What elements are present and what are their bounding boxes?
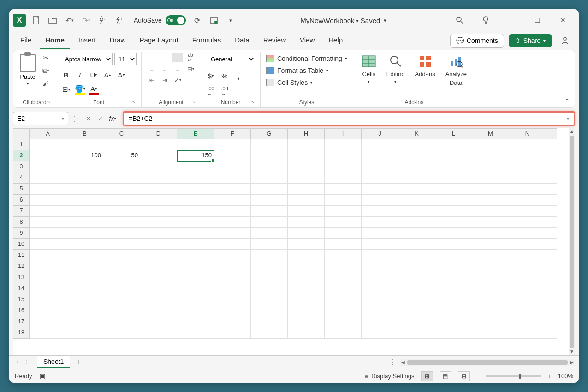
cell[interactable] [398, 305, 435, 316]
cell[interactable] [103, 184, 140, 195]
cell[interactable] [140, 139, 177, 150]
scroll-thumb[interactable] [407, 360, 568, 365]
cell[interactable] [251, 217, 288, 228]
normal-view-icon[interactable]: ⊞ [421, 371, 433, 381]
cell[interactable] [251, 294, 288, 305]
format-painter-icon[interactable]: 🖌 [40, 79, 51, 88]
cell[interactable] [325, 139, 362, 150]
cell[interactable] [546, 161, 557, 172]
cell[interactable] [177, 261, 214, 272]
cell[interactable] [30, 217, 66, 228]
scroll-up-icon[interactable]: ▲ [569, 128, 575, 135]
cell[interactable] [546, 305, 557, 316]
cell[interactable] [66, 261, 103, 272]
cell[interactable] [472, 228, 509, 239]
fill-color-button[interactable]: 🪣▾ [75, 84, 85, 95]
orientation-icon[interactable]: ⤢▾ [172, 75, 183, 84]
cell[interactable] [509, 195, 546, 206]
row-header[interactable]: 13 [13, 272, 30, 283]
cell[interactable] [472, 294, 509, 305]
cell[interactable] [362, 316, 398, 327]
maximize-button[interactable]: ☐ [529, 13, 546, 27]
name-box[interactable]: E2 ▾ [13, 112, 68, 125]
cell[interactable] [325, 239, 362, 250]
cell[interactable] [398, 272, 435, 283]
merge-center-icon[interactable]: ⊟▾ [185, 64, 196, 73]
row-header[interactable]: 12 [13, 261, 30, 272]
cell[interactable] [251, 250, 288, 261]
cell[interactable] [288, 283, 325, 294]
fx-icon[interactable]: fx▾ [107, 113, 118, 124]
row-header[interactable]: 4 [13, 172, 30, 184]
cell[interactable] [103, 327, 140, 339]
cell[interactable] [435, 305, 472, 316]
cell[interactable] [362, 294, 398, 305]
cell[interactable] [472, 172, 509, 184]
scroll-thumb[interactable] [570, 136, 574, 348]
cell[interactable] [30, 195, 66, 206]
cell[interactable] [509, 239, 546, 250]
row-header[interactable]: 1 [13, 139, 30, 150]
cell[interactable] [140, 283, 177, 294]
column-header[interactable]: N [509, 128, 546, 139]
cell[interactable] [325, 305, 362, 316]
cell[interactable] [214, 283, 251, 294]
row-header[interactable]: 18 [13, 327, 30, 339]
qat-more-icon[interactable]: ▾ [226, 15, 236, 25]
align-left-icon[interactable]: ≡ [146, 64, 157, 73]
cell[interactable] [362, 327, 398, 339]
cell[interactable] [30, 139, 66, 150]
cell[interactable] [30, 150, 66, 161]
cell[interactable] [435, 283, 472, 294]
cell[interactable] [472, 217, 509, 228]
align-right-icon[interactable]: ≡ [172, 64, 183, 73]
cell[interactable] [435, 206, 472, 217]
chevron-down-icon[interactable]: ▾ [567, 116, 569, 121]
column-header[interactable]: E [177, 128, 214, 139]
open-file-icon[interactable] [48, 15, 58, 25]
cell[interactable] [325, 228, 362, 239]
analyze-data-button[interactable]: Analyze Data [442, 53, 470, 87]
collapse-ribbon-icon[interactable]: ⌃ [564, 97, 570, 105]
cell[interactable] [546, 272, 557, 283]
row-header[interactable]: 11 [13, 250, 30, 261]
cell[interactable] [472, 283, 509, 294]
cell[interactable] [288, 206, 325, 217]
cell[interactable] [546, 250, 557, 261]
cancel-formula-icon[interactable]: ✕ [83, 113, 94, 124]
cell[interactable] [66, 294, 103, 305]
cell[interactable] [472, 327, 509, 339]
cell[interactable] [140, 228, 177, 239]
cell[interactable] [509, 172, 546, 184]
cell[interactable] [546, 150, 557, 161]
cell[interactable] [509, 217, 546, 228]
add-sheet-button[interactable]: + [76, 357, 81, 367]
cell[interactable] [214, 217, 251, 228]
scroll-right-icon[interactable]: ▶ [569, 360, 575, 365]
cell[interactable] [30, 316, 66, 327]
increase-indent-icon[interactable]: ⇥ [159, 75, 170, 84]
cell[interactable] [509, 184, 546, 195]
cell[interactable] [66, 239, 103, 250]
cell[interactable]: 150 [177, 150, 214, 161]
cell[interactable] [325, 161, 362, 172]
cell[interactable] [509, 283, 546, 294]
copy-icon[interactable]: ⧉▾ [40, 66, 51, 75]
zoom-level[interactable]: 100% [558, 373, 573, 380]
cell[interactable] [362, 161, 398, 172]
cell[interactable] [66, 139, 103, 150]
cell[interactable] [288, 172, 325, 184]
cell[interactable] [214, 150, 251, 161]
column-header[interactable]: B [66, 128, 103, 139]
cell[interactable] [214, 172, 251, 184]
cell[interactable] [435, 161, 472, 172]
cell[interactable] [362, 283, 398, 294]
cell[interactable] [140, 250, 177, 261]
cell[interactable] [362, 150, 398, 161]
zoom-out-button[interactable]: − [476, 373, 480, 380]
cell[interactable] [362, 139, 398, 150]
cell[interactable] [103, 316, 140, 327]
cell[interactable] [103, 305, 140, 316]
cell[interactable] [214, 206, 251, 217]
cell[interactable] [30, 250, 66, 261]
